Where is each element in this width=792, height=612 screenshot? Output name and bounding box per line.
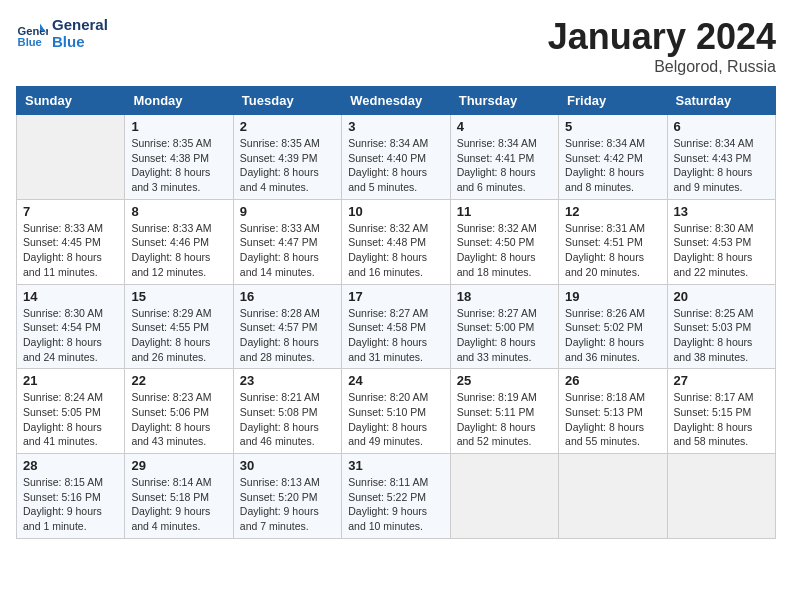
- cell-4-2: 22Sunrise: 8:23 AMSunset: 5:06 PMDayligh…: [125, 369, 233, 454]
- day-info: Sunrise: 8:34 AMSunset: 4:40 PMDaylight:…: [348, 136, 443, 195]
- cell-4-5: 25Sunrise: 8:19 AMSunset: 5:11 PMDayligh…: [450, 369, 558, 454]
- col-monday: Monday: [125, 87, 233, 115]
- cell-1-6: 5Sunrise: 8:34 AMSunset: 4:42 PMDaylight…: [559, 115, 667, 200]
- cell-4-7: 27Sunrise: 8:17 AMSunset: 5:15 PMDayligh…: [667, 369, 775, 454]
- col-saturday: Saturday: [667, 87, 775, 115]
- day-info: Sunrise: 8:11 AMSunset: 5:22 PMDaylight:…: [348, 475, 443, 534]
- day-info: Sunrise: 8:23 AMSunset: 5:06 PMDaylight:…: [131, 390, 226, 449]
- week-row-2: 7Sunrise: 8:33 AMSunset: 4:45 PMDaylight…: [17, 199, 776, 284]
- day-number: 14: [23, 289, 118, 304]
- day-number: 26: [565, 373, 660, 388]
- cell-1-4: 3Sunrise: 8:34 AMSunset: 4:40 PMDaylight…: [342, 115, 450, 200]
- day-info: Sunrise: 8:27 AMSunset: 4:58 PMDaylight:…: [348, 306, 443, 365]
- day-info: Sunrise: 8:26 AMSunset: 5:02 PMDaylight:…: [565, 306, 660, 365]
- day-info: Sunrise: 8:34 AMSunset: 4:42 PMDaylight:…: [565, 136, 660, 195]
- day-info: Sunrise: 8:30 AMSunset: 4:53 PMDaylight:…: [674, 221, 769, 280]
- cell-3-4: 17Sunrise: 8:27 AMSunset: 4:58 PMDayligh…: [342, 284, 450, 369]
- day-number: 28: [23, 458, 118, 473]
- day-number: 6: [674, 119, 769, 134]
- day-info: Sunrise: 8:32 AMSunset: 4:48 PMDaylight:…: [348, 221, 443, 280]
- day-info: Sunrise: 8:33 AMSunset: 4:45 PMDaylight:…: [23, 221, 118, 280]
- calendar-header: Sunday Monday Tuesday Wednesday Thursday…: [17, 87, 776, 115]
- location-subtitle: Belgorod, Russia: [548, 58, 776, 76]
- day-info: Sunrise: 8:29 AMSunset: 4:55 PMDaylight:…: [131, 306, 226, 365]
- cell-1-7: 6Sunrise: 8:34 AMSunset: 4:43 PMDaylight…: [667, 115, 775, 200]
- day-info: Sunrise: 8:35 AMSunset: 4:38 PMDaylight:…: [131, 136, 226, 195]
- cell-5-6: [559, 454, 667, 539]
- col-thursday: Thursday: [450, 87, 558, 115]
- col-friday: Friday: [559, 87, 667, 115]
- title-block: January 2024 Belgorod, Russia: [548, 16, 776, 76]
- cell-2-3: 9Sunrise: 8:33 AMSunset: 4:47 PMDaylight…: [233, 199, 341, 284]
- week-row-1: 1Sunrise: 8:35 AMSunset: 4:38 PMDaylight…: [17, 115, 776, 200]
- logo-general: General: [52, 16, 108, 33]
- cell-5-2: 29Sunrise: 8:14 AMSunset: 5:18 PMDayligh…: [125, 454, 233, 539]
- day-number: 31: [348, 458, 443, 473]
- cell-4-4: 24Sunrise: 8:20 AMSunset: 5:10 PMDayligh…: [342, 369, 450, 454]
- cell-5-3: 30Sunrise: 8:13 AMSunset: 5:20 PMDayligh…: [233, 454, 341, 539]
- day-number: 20: [674, 289, 769, 304]
- col-sunday: Sunday: [17, 87, 125, 115]
- cell-2-5: 11Sunrise: 8:32 AMSunset: 4:50 PMDayligh…: [450, 199, 558, 284]
- cell-3-3: 16Sunrise: 8:28 AMSunset: 4:57 PMDayligh…: [233, 284, 341, 369]
- cell-1-3: 2Sunrise: 8:35 AMSunset: 4:39 PMDaylight…: [233, 115, 341, 200]
- day-number: 13: [674, 204, 769, 219]
- day-info: Sunrise: 8:13 AMSunset: 5:20 PMDaylight:…: [240, 475, 335, 534]
- day-info: Sunrise: 8:20 AMSunset: 5:10 PMDaylight:…: [348, 390, 443, 449]
- logo-icon: General Blue: [16, 17, 48, 49]
- cell-4-6: 26Sunrise: 8:18 AMSunset: 5:13 PMDayligh…: [559, 369, 667, 454]
- cell-2-1: 7Sunrise: 8:33 AMSunset: 4:45 PMDaylight…: [17, 199, 125, 284]
- day-info: Sunrise: 8:30 AMSunset: 4:54 PMDaylight:…: [23, 306, 118, 365]
- cell-2-7: 13Sunrise: 8:30 AMSunset: 4:53 PMDayligh…: [667, 199, 775, 284]
- week-row-5: 28Sunrise: 8:15 AMSunset: 5:16 PMDayligh…: [17, 454, 776, 539]
- week-row-3: 14Sunrise: 8:30 AMSunset: 4:54 PMDayligh…: [17, 284, 776, 369]
- day-number: 27: [674, 373, 769, 388]
- day-info: Sunrise: 8:19 AMSunset: 5:11 PMDaylight:…: [457, 390, 552, 449]
- cell-3-5: 18Sunrise: 8:27 AMSunset: 5:00 PMDayligh…: [450, 284, 558, 369]
- day-number: 11: [457, 204, 552, 219]
- day-number: 16: [240, 289, 335, 304]
- cell-3-2: 15Sunrise: 8:29 AMSunset: 4:55 PMDayligh…: [125, 284, 233, 369]
- day-number: 17: [348, 289, 443, 304]
- day-info: Sunrise: 8:17 AMSunset: 5:15 PMDaylight:…: [674, 390, 769, 449]
- day-info: Sunrise: 8:15 AMSunset: 5:16 PMDaylight:…: [23, 475, 118, 534]
- day-number: 5: [565, 119, 660, 134]
- day-info: Sunrise: 8:27 AMSunset: 5:00 PMDaylight:…: [457, 306, 552, 365]
- day-number: 21: [23, 373, 118, 388]
- day-info: Sunrise: 8:25 AMSunset: 5:03 PMDaylight:…: [674, 306, 769, 365]
- logo-blue: Blue: [52, 33, 108, 50]
- day-number: 1: [131, 119, 226, 134]
- day-number: 24: [348, 373, 443, 388]
- day-info: Sunrise: 8:34 AMSunset: 4:43 PMDaylight:…: [674, 136, 769, 195]
- day-info: Sunrise: 8:24 AMSunset: 5:05 PMDaylight:…: [23, 390, 118, 449]
- day-info: Sunrise: 8:14 AMSunset: 5:18 PMDaylight:…: [131, 475, 226, 534]
- header-row: Sunday Monday Tuesday Wednesday Thursday…: [17, 87, 776, 115]
- day-number: 4: [457, 119, 552, 134]
- day-number: 12: [565, 204, 660, 219]
- day-number: 3: [348, 119, 443, 134]
- day-number: 18: [457, 289, 552, 304]
- day-info: Sunrise: 8:31 AMSunset: 4:51 PMDaylight:…: [565, 221, 660, 280]
- day-info: Sunrise: 8:18 AMSunset: 5:13 PMDaylight:…: [565, 390, 660, 449]
- month-year-title: January 2024: [548, 16, 776, 58]
- cell-2-4: 10Sunrise: 8:32 AMSunset: 4:48 PMDayligh…: [342, 199, 450, 284]
- svg-text:Blue: Blue: [18, 36, 42, 48]
- day-number: 19: [565, 289, 660, 304]
- calendar-table: Sunday Monday Tuesday Wednesday Thursday…: [16, 86, 776, 539]
- col-tuesday: Tuesday: [233, 87, 341, 115]
- cell-4-3: 23Sunrise: 8:21 AMSunset: 5:08 PMDayligh…: [233, 369, 341, 454]
- cell-2-2: 8Sunrise: 8:33 AMSunset: 4:46 PMDaylight…: [125, 199, 233, 284]
- day-number: 8: [131, 204, 226, 219]
- day-number: 23: [240, 373, 335, 388]
- cell-5-7: [667, 454, 775, 539]
- cell-1-1: [17, 115, 125, 200]
- day-number: 7: [23, 204, 118, 219]
- cell-5-4: 31Sunrise: 8:11 AMSunset: 5:22 PMDayligh…: [342, 454, 450, 539]
- cell-5-5: [450, 454, 558, 539]
- day-info: Sunrise: 8:21 AMSunset: 5:08 PMDaylight:…: [240, 390, 335, 449]
- day-info: Sunrise: 8:32 AMSunset: 4:50 PMDaylight:…: [457, 221, 552, 280]
- cell-1-2: 1Sunrise: 8:35 AMSunset: 4:38 PMDaylight…: [125, 115, 233, 200]
- cell-5-1: 28Sunrise: 8:15 AMSunset: 5:16 PMDayligh…: [17, 454, 125, 539]
- day-number: 30: [240, 458, 335, 473]
- day-info: Sunrise: 8:33 AMSunset: 4:46 PMDaylight:…: [131, 221, 226, 280]
